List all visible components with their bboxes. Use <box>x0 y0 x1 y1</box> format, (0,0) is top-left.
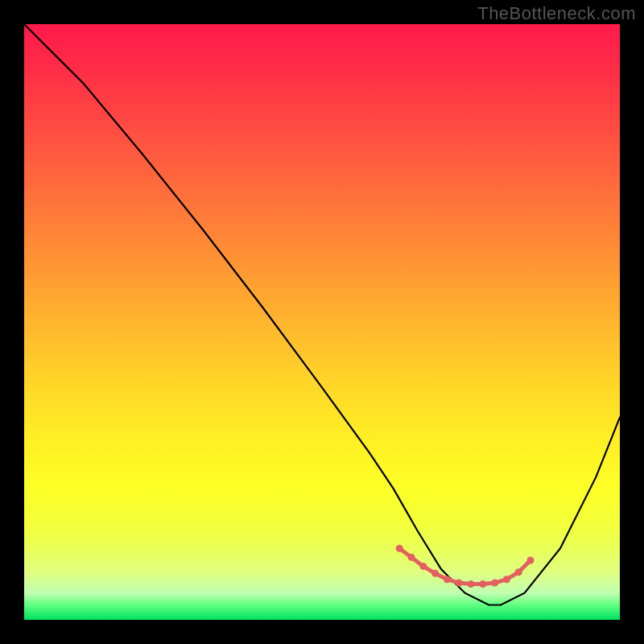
chart-svg <box>24 24 620 620</box>
valley-dot <box>468 580 475 588</box>
valley-dot <box>419 563 427 570</box>
bottleneck-curve <box>24 24 620 605</box>
valley-marker <box>396 545 535 588</box>
chart-frame: TheBottleneck.com <box>0 0 644 644</box>
valley-dot <box>444 576 451 583</box>
valley-dot <box>515 568 522 576</box>
valley-dot <box>456 580 463 587</box>
valley-dot <box>408 554 415 561</box>
valley-dot <box>503 576 510 583</box>
valley-dot <box>491 580 498 587</box>
valley-dot <box>431 570 439 577</box>
valley-dot <box>479 580 486 588</box>
plot-area <box>24 24 620 620</box>
watermark-text: TheBottleneck.com <box>477 3 636 24</box>
valley-dot <box>396 545 403 552</box>
valley-dot <box>527 557 535 564</box>
